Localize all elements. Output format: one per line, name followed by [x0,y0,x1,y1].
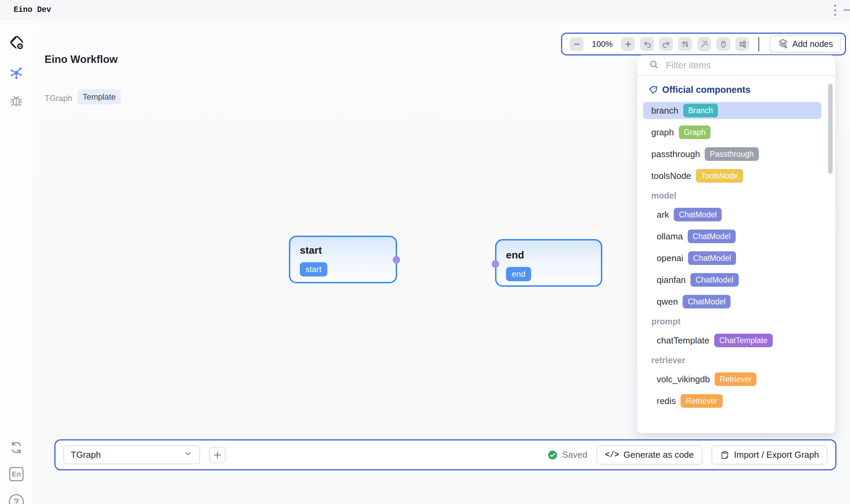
node-output-port[interactable] [393,256,400,264]
search-icon [649,60,659,71]
component-item-ollama[interactable]: ollama ChatModel [643,228,821,245]
component-item-graph[interactable]: graph Graph [643,124,821,141]
undo-icon[interactable] [640,37,654,51]
saved-check-icon [547,450,558,460]
add-nodes-panel: Official components branch Branch graph … [637,55,835,433]
filter-input[interactable] [666,60,795,71]
bottom-bar: TGraph Saved </> Generate as code [54,439,836,470]
filter-row [637,55,835,76]
node-type-badge: end [506,267,531,281]
import-export-graph-button[interactable]: Import / Export Graph [712,446,828,465]
language-en-icon[interactable]: En [0,467,33,481]
canvas-toolbar: 100% [561,33,846,55]
section-label-prompt: prompt [643,315,821,328]
component-item-qianfan[interactable]: qianfan ChatModel [643,271,821,288]
section-label-model: model [643,189,821,202]
zoom-in-button[interactable] [621,37,635,51]
add-graph-button[interactable] [209,447,226,463]
left-sidebar: En ? [0,20,33,504]
component-item-branch[interactable]: branch Branch [643,102,821,119]
workflow-graph-icon[interactable] [0,64,33,81]
node-type-badge: start [300,262,327,276]
saved-label: Saved [562,450,587,460]
page-title: Eino Workflow [45,53,118,66]
node-input-port[interactable] [492,260,499,268]
mouse-mode-icon[interactable] [716,37,730,51]
auto-layout-icon[interactable] [678,37,692,51]
component-list: Official components branch Branch graph … [637,76,835,409]
component-item-qwen[interactable]: qwen ChatModel [643,293,821,310]
layers-plus-icon [778,38,788,51]
refresh-icon[interactable] [0,439,33,456]
add-nodes-button[interactable]: Add nodes [770,35,841,53]
toolbar-divider [758,37,759,51]
help-icon[interactable]: ? [0,494,33,504]
clipboard-icon [720,450,730,460]
component-item-openai[interactable]: openai ChatModel [643,250,821,267]
redo-icon[interactable] [659,37,673,51]
window-title: Eino Dev [14,0,51,20]
graph-select[interactable]: TGraph [63,446,200,464]
window-titlebar: Eino Dev [0,0,850,20]
chevron-down-icon [184,449,193,460]
panel-scrollbar[interactable] [828,84,833,174]
tag-icon [648,85,658,95]
component-item-toolsnode[interactable]: toolsNode ToolsNode [643,167,821,184]
overflow-menu-icon[interactable] [834,5,836,16]
component-item-redis[interactable]: redis Retriever [643,392,821,409]
node-start[interactable]: start start [289,236,397,283]
code-icon: </> [605,451,619,459]
official-components-header: Official components [648,85,821,95]
save-status: Saved [547,450,587,460]
app-window: Eino Workflow TGraph Template start star… [0,0,850,504]
magic-wand-icon[interactable] [697,37,711,51]
component-item-ark[interactable]: ark ChatModel [643,206,821,223]
component-item-chattemplate[interactable]: chatTemplate ChatTemplate [643,332,821,349]
eino-logo-icon[interactable] [0,34,33,51]
component-item-volc-vikingdb[interactable]: volc_vikingdb Retriever [643,371,821,388]
minimize-icon[interactable] [843,10,850,11]
component-item-passthrough[interactable]: passthrough Passthrough [643,146,821,163]
tab-template[interactable]: Template [78,89,121,104]
generate-as-code-button[interactable]: </> Generate as code [596,446,702,465]
minimap-icon[interactable] [735,37,749,51]
debug-bug-icon[interactable] [0,92,33,109]
add-nodes-label: Add nodes [792,39,833,49]
zoom-out-button[interactable] [570,37,584,51]
node-title: end [506,249,524,261]
zoom-level: 100% [589,39,616,49]
node-end[interactable]: end end [495,239,602,287]
node-title: start [300,245,322,256]
section-label-retriever: retriever [643,354,821,367]
tab-tgraph[interactable]: TGraph [45,90,72,106]
